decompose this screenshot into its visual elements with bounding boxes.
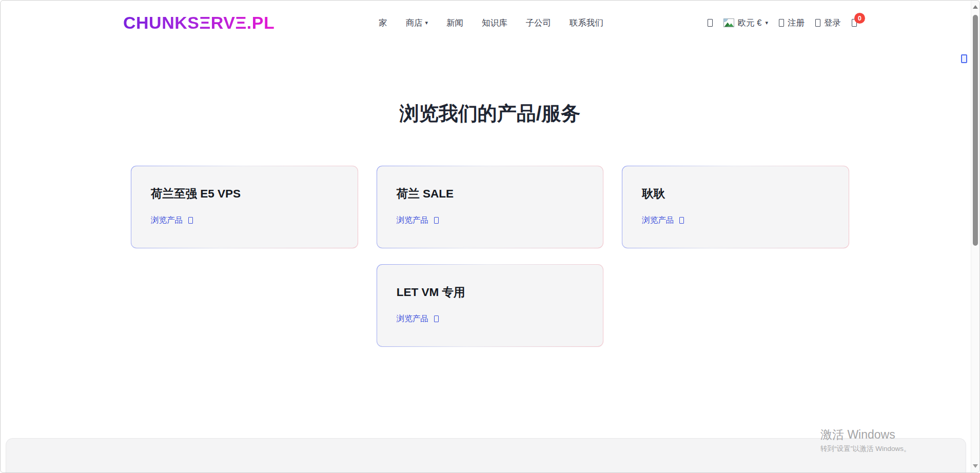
page: CHUNKSΞRVΞ.PL 家 商店 ▾ 新闻 知识库 子公司 <box>0 0 980 473</box>
scroll-up-arrow-icon[interactable] <box>973 5 978 9</box>
arrow-right-icon <box>188 217 193 224</box>
site-logo[interactable]: CHUNKSΞRVΞ.PL <box>123 13 275 33</box>
product-card: 耿耿 浏览产品 <box>622 166 849 248</box>
nav-home[interactable]: 家 <box>379 17 387 29</box>
scroll-down-arrow-icon[interactable] <box>973 464 978 468</box>
nav-subsidiary[interactable]: 子公司 <box>525 17 551 29</box>
header-actions: 欧元 € ▾ 注册 登录 0 <box>708 17 857 29</box>
arrow-right-icon <box>679 217 684 224</box>
browse-products-link[interactable]: 浏览产品 <box>151 215 193 226</box>
theme-icon[interactable] <box>708 19 713 27</box>
scrollbar[interactable] <box>971 1 979 472</box>
footer <box>6 438 966 472</box>
product-card-title: 荷兰至强 E5 VPS <box>151 186 338 202</box>
product-card: LET VM 专用 浏览产品 <box>377 264 604 347</box>
broken-image-icon <box>723 18 734 27</box>
browse-products-link[interactable]: 浏览产品 <box>397 313 439 324</box>
arrow-right-icon <box>434 316 439 322</box>
cart-button[interactable]: 0 <box>852 19 857 27</box>
nav-news[interactable]: 新闻 <box>446 17 463 29</box>
browse-products-link[interactable]: 浏览产品 <box>642 215 684 226</box>
product-card-title: 耿耿 <box>642 186 829 202</box>
product-card-title: 荷兰 SALE <box>397 186 584 202</box>
product-card-grid: 荷兰至强 E5 VPS 浏览产品 荷兰 SALE 浏览产品 耿耿 浏览产品 <box>131 166 849 347</box>
product-card: 荷兰 SALE 浏览产品 <box>377 166 604 248</box>
nav-store[interactable]: 商店 ▾ <box>405 17 428 29</box>
chevron-down-icon: ▾ <box>765 20 768 26</box>
register-button[interactable]: 注册 <box>779 17 805 29</box>
browse-products-link[interactable]: 浏览产品 <box>397 215 439 226</box>
currency-selector[interactable]: 欧元 € ▾ <box>723 17 768 29</box>
chevron-down-icon: ▾ <box>425 20 428 26</box>
login-button[interactable]: 登录 <box>815 17 841 29</box>
main-nav: 家 商店 ▾ 新闻 知识库 子公司 联系我们 <box>379 17 603 29</box>
product-card: 荷兰至强 E5 VPS 浏览产品 <box>131 166 358 248</box>
register-icon <box>779 19 784 27</box>
header: CHUNKSΞRVΞ.PL 家 商店 ▾ 新闻 知识库 子公司 <box>1 1 979 33</box>
product-card-title: LET VM 专用 <box>397 284 584 300</box>
login-icon <box>815 19 820 27</box>
chat-widget-icon[interactable] <box>961 54 967 63</box>
cart-count-badge: 0 <box>854 13 865 24</box>
arrow-right-icon <box>434 217 439 224</box>
page-title: 浏览我们的产品/服务 <box>1 33 979 127</box>
nav-contact[interactable]: 联系我们 <box>570 17 603 29</box>
nav-knowledgebase[interactable]: 知识库 <box>482 17 507 29</box>
scrollbar-thumb[interactable] <box>973 15 978 246</box>
